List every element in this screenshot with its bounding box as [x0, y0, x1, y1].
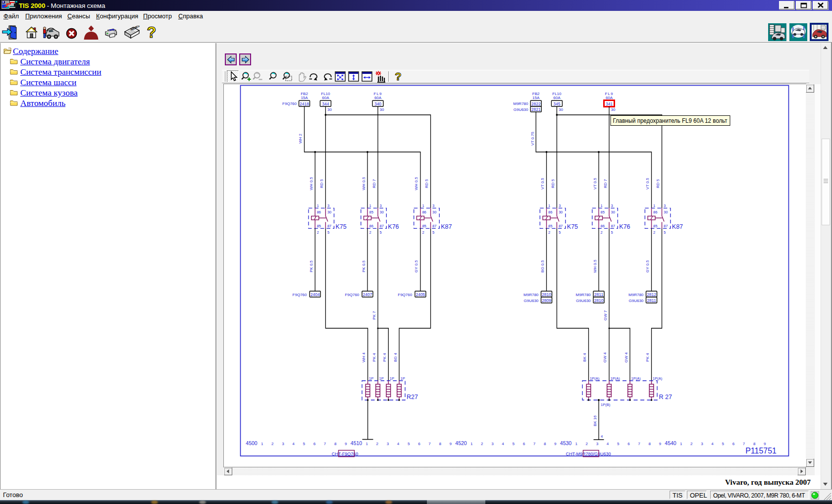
- svg-text:Главный предохранитель FL9 60A: Главный предохранитель FL9 60A 12 вольт: [613, 117, 728, 124]
- svg-text:BK 16: BK 16: [593, 415, 597, 426]
- svg-text:GW 4: GW 4: [624, 352, 628, 362]
- svg-text:F9Q760: F9Q760: [398, 293, 412, 297]
- svg-text:4: 4: [601, 434, 603, 439]
- svg-text:1P(A): 1P(A): [590, 376, 600, 381]
- svg-text:K75: K75: [567, 223, 578, 230]
- svg-text:M9R780: M9R780: [628, 293, 644, 297]
- svg-text:3: 3: [432, 203, 434, 208]
- svg-text:BK 4: BK 4: [582, 353, 587, 362]
- svg-text:1P: 1P: [390, 376, 394, 381]
- svg-text:5: 5: [611, 230, 613, 235]
- svg-text:30: 30: [327, 210, 331, 214]
- svg-text:R27: R27: [407, 394, 418, 401]
- svg-text:4: 4: [711, 442, 714, 446]
- svg-text:3: 3: [701, 442, 703, 446]
- svg-text:2: 2: [586, 442, 588, 446]
- svg-text:1P: 1P: [369, 376, 373, 381]
- svg-text:4530: 4530: [560, 440, 572, 446]
- svg-text:87: 87: [327, 224, 331, 228]
- svg-text:2812: 2812: [647, 292, 656, 297]
- svg-text:1: 1: [422, 203, 424, 208]
- svg-text:3: 3: [282, 442, 284, 446]
- svg-text:F9Q760: F9Q760: [282, 101, 297, 106]
- svg-text:3: 3: [611, 203, 613, 208]
- svg-text:85: 85: [369, 210, 373, 214]
- svg-text:344: 344: [322, 101, 329, 106]
- svg-text:2811: 2811: [647, 298, 656, 303]
- svg-text:9: 9: [764, 442, 766, 446]
- svg-text:2: 2: [422, 230, 424, 235]
- svg-text:1: 1: [317, 203, 319, 208]
- svg-text:WH 0.5: WH 0.5: [362, 177, 366, 190]
- svg-text:85: 85: [653, 224, 657, 228]
- svg-text:4500: 4500: [246, 440, 258, 446]
- svg-text:85: 85: [601, 210, 605, 214]
- svg-text:PK 0.5: PK 0.5: [309, 260, 313, 272]
- svg-text:2405: 2405: [416, 292, 425, 297]
- svg-text:2: 2: [271, 442, 274, 446]
- svg-text:VT 0.5: VT 0.5: [645, 178, 650, 190]
- svg-text:6: 6: [523, 442, 525, 446]
- svg-text:2404: 2404: [311, 292, 320, 297]
- svg-text:4510: 4510: [351, 440, 363, 446]
- svg-text:30: 30: [664, 210, 668, 214]
- svg-text:85: 85: [548, 224, 552, 228]
- svg-text:6: 6: [313, 442, 316, 446]
- svg-text:87: 87: [664, 224, 668, 228]
- svg-text:PK 4: PK 4: [372, 353, 376, 362]
- svg-text:15A: 15A: [301, 96, 308, 100]
- svg-text:2809: 2809: [542, 298, 551, 303]
- svg-text:4520: 4520: [455, 440, 467, 446]
- svg-text:GW 4: GW 4: [603, 352, 607, 362]
- svg-text:87: 87: [611, 224, 615, 228]
- svg-text:60A: 60A: [606, 96, 613, 100]
- svg-text:85: 85: [422, 224, 426, 228]
- svg-text:3: 3: [664, 203, 666, 208]
- svg-text:K75: K75: [336, 223, 347, 230]
- svg-text:6: 6: [627, 442, 630, 446]
- svg-text:K76: K76: [388, 223, 399, 230]
- svg-text:1: 1: [548, 203, 550, 208]
- svg-text:341: 341: [606, 101, 613, 106]
- svg-text:9: 9: [450, 442, 452, 446]
- svg-text:RD 7: RD 7: [603, 179, 608, 188]
- svg-text:30: 30: [432, 210, 436, 214]
- svg-text:8: 8: [544, 442, 546, 446]
- svg-text:86: 86: [422, 210, 426, 214]
- svg-text:RD 5: RD 5: [656, 179, 660, 188]
- svg-text:5: 5: [327, 230, 329, 235]
- svg-text:RD 5: RD 5: [551, 179, 555, 188]
- svg-text:1P(A): 1P(A): [653, 376, 663, 381]
- svg-text:1: 1: [365, 442, 368, 446]
- svg-text:340: 340: [374, 101, 381, 106]
- svg-text:VT 0.5: VT 0.5: [593, 178, 597, 190]
- svg-text:BG 4: BG 4: [393, 353, 398, 362]
- svg-text:86: 86: [653, 210, 657, 214]
- svg-text:?: ?: [395, 70, 401, 83]
- svg-text:BG 0.5: BG 0.5: [540, 260, 545, 272]
- svg-text:PK 0.5: PK 0.5: [362, 260, 366, 272]
- svg-text:WH 4: WH 4: [362, 352, 366, 362]
- svg-text:2811: 2811: [594, 292, 604, 297]
- svg-text:G9U630: G9U630: [629, 299, 644, 303]
- svg-text:1P: 1P: [401, 376, 405, 381]
- svg-text:PK 4: PK 4: [382, 353, 387, 362]
- svg-text:4: 4: [502, 442, 504, 446]
- svg-text:1: 1: [470, 442, 473, 446]
- svg-text:VT 0.75: VT 0.75: [530, 132, 535, 146]
- svg-text:30: 30: [559, 210, 563, 214]
- svg-text:GY 0.5: GY 0.5: [645, 260, 650, 272]
- svg-text:1: 1: [369, 203, 371, 208]
- svg-text:1: 1: [653, 203, 655, 208]
- svg-text:4540: 4540: [665, 440, 676, 446]
- svg-text:5: 5: [380, 230, 382, 235]
- svg-text:7: 7: [533, 442, 536, 446]
- svg-text:3: 3: [380, 203, 382, 208]
- svg-text:9: 9: [345, 442, 347, 446]
- svg-text:1P(A): 1P(A): [611, 376, 621, 381]
- svg-text:2: 2: [601, 230, 603, 235]
- svg-text:6: 6: [732, 442, 735, 446]
- svg-text:9: 9: [659, 442, 662, 446]
- svg-text:9: 9: [554, 442, 557, 446]
- svg-text:P115751: P115751: [745, 447, 777, 455]
